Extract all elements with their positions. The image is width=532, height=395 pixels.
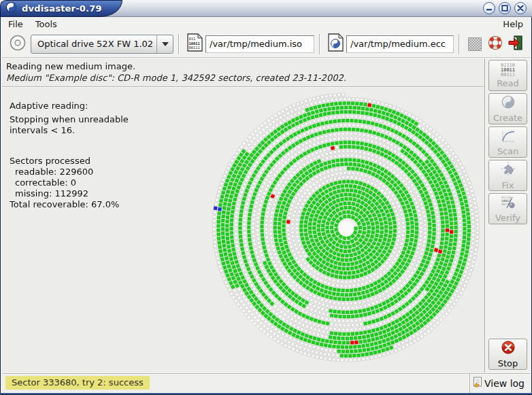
exit-door-icon (508, 35, 524, 54)
toolbar: Optical drive 52X FW 1.02 011 10011 0011… (2, 31, 530, 58)
total-recoverable: Total recoverable: 67.0% (10, 199, 119, 209)
chevron-down-icon (156, 35, 173, 53)
create-button[interactable]: Create (488, 93, 527, 124)
medium-info: Medium "Example disc": CD-R mode 1, 3425… (6, 73, 346, 83)
titlebar[interactable]: dvdisaster-0.79 (0, 0, 532, 17)
main-area: Reading new medium image. Medium "Exampl… (2, 58, 485, 373)
app-window: dvdisaster-0.79 File Tools Help (0, 0, 532, 395)
fix-button[interactable]: Fix (488, 160, 527, 191)
preferences-button[interactable] (466, 35, 484, 54)
read-button[interactable]: 01110 10011 00111 Read (488, 60, 527, 91)
ecc-path-input[interactable] (346, 35, 454, 53)
yinyang-icon (501, 95, 516, 112)
maximize-button[interactable] (499, 2, 511, 14)
status-message: Sector 333680, try 2: success (5, 376, 150, 390)
app-yinyang-icon (5, 1, 17, 16)
puzzle-icon (500, 160, 516, 179)
title-tab: dvdisaster-0.79 (0, 0, 122, 17)
scan-button[interactable]: Scan (488, 126, 527, 158)
stopping-line2: intervals < 16. (10, 125, 75, 135)
image-file-icon: 011 10011 00111 (187, 33, 203, 54)
toolbar-separator (319, 34, 320, 54)
digits-icon: 01110 10011 00111 (501, 63, 515, 78)
log-doc-icon (472, 377, 483, 390)
curve-icon (500, 128, 516, 145)
svg-text:10011: 10011 (189, 41, 200, 46)
minimize-button[interactable] (483, 2, 495, 14)
svg-text:00111: 00111 (189, 46, 200, 50)
view-log-button[interactable]: View log (472, 377, 525, 390)
divider (2, 86, 484, 88)
quit-button[interactable] (507, 35, 525, 54)
menubar: File Tools Help (2, 18, 530, 31)
toolbar-separator (459, 34, 460, 54)
close-button[interactable] (514, 2, 527, 14)
toolbar-separator (178, 34, 180, 54)
statusbar: Sector 333680, try 2: success View log (2, 373, 530, 393)
menu-tools[interactable]: Tools (29, 18, 63, 30)
statusbar-separator (469, 374, 471, 393)
sectors-readable: readable: 229600 (15, 167, 93, 177)
action-panel: 01110 10011 00111 Read Create (486, 58, 530, 373)
sectors-correctable: correctable: 0 (15, 177, 76, 188)
menu-file[interactable]: File (2, 18, 29, 30)
drive-selector-value: Optical drive 52X FW 1.02 (31, 39, 156, 49)
status-heading: Reading new medium image. (6, 61, 135, 71)
stop-x-icon (501, 340, 516, 358)
disc-icon (9, 34, 27, 54)
menu-help[interactable]: Help (496, 18, 530, 30)
sectors-title: Sectors processed (10, 156, 90, 166)
stop-button[interactable]: Stop (488, 339, 527, 370)
ecc-file-icon (328, 33, 344, 54)
sectors-missing: missing: 112992 (15, 188, 88, 199)
drive-selector[interactable]: Optical drive 52X FW 1.02 (31, 35, 173, 54)
verify-button[interactable]: 01110 10011 00111 Verify (488, 193, 527, 224)
svg-text:011: 011 (189, 37, 196, 41)
lifebelt-icon (487, 35, 503, 54)
iso-path-input[interactable] (205, 35, 314, 53)
stopping-line1: Stopping when unreadable (10, 114, 129, 124)
preferences-icon (468, 37, 482, 51)
help-button[interactable] (486, 35, 504, 54)
digits-check-icon: 01110 10011 00111 (500, 194, 516, 212)
mode-label: Adaptive reading: (10, 101, 88, 111)
window-title: dvdisaster-0.79 (22, 3, 102, 14)
